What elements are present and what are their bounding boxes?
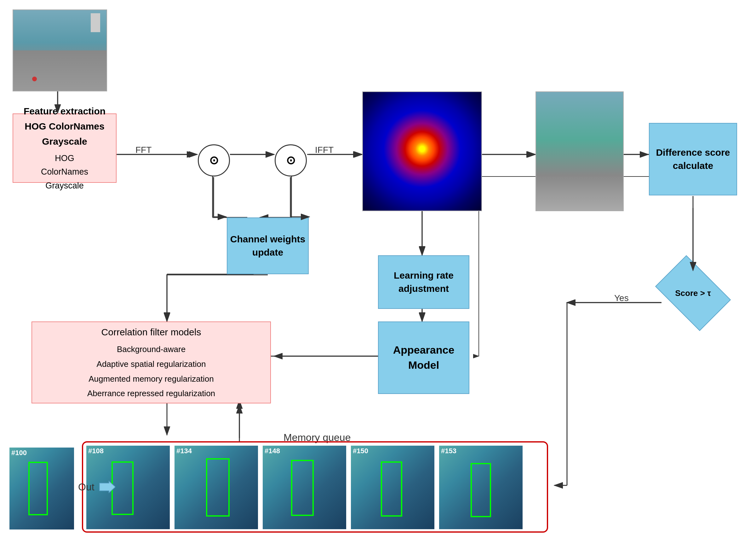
feature-extraction-box: Feature extraction HOG ColorNames Graysc… xyxy=(13,113,117,183)
tracked-person-image xyxy=(536,91,624,211)
correlation-filter-title: Correlation filter models xyxy=(101,324,201,340)
circle-op-1: ⊙ xyxy=(198,144,230,177)
frame-150: #150 xyxy=(351,446,434,529)
feature-extraction-features: HOGColorNamesGrayscale xyxy=(41,152,88,192)
correlation-filter-box: Correlation filter models Background-awa… xyxy=(31,321,271,404)
ifft-label: IFFT xyxy=(315,145,334,155)
frame-134: #134 xyxy=(174,446,258,529)
frame-100: #100 xyxy=(10,448,74,529)
learning-rate-box: Learning rate adjustment xyxy=(378,255,469,309)
heatmap-image xyxy=(362,91,482,211)
correlation-filter-items: Background-aware Adaptive spatial regula… xyxy=(87,342,215,401)
difference-score-box: Difference score calculate xyxy=(649,123,737,195)
memory-queue-container: #108 #134 #148 #150 #153 xyxy=(82,441,548,533)
camera-image xyxy=(13,10,107,91)
appearance-model-box: Appearance Model xyxy=(378,321,469,394)
channel-weights-box: Channel weights update xyxy=(227,217,309,274)
fft-label: FFT xyxy=(135,145,152,155)
frame-153: #153 xyxy=(439,446,523,529)
circle-op-2: ⊙ xyxy=(275,144,307,177)
out-label: Out xyxy=(78,481,115,493)
score-diamond: Score > τ xyxy=(661,271,725,315)
svg-marker-45 xyxy=(100,481,115,493)
feature-extraction-title: Feature extraction HOG ColorNames Graysc… xyxy=(13,104,116,149)
frame-148: #148 xyxy=(263,446,346,529)
yes-label: Yes xyxy=(614,293,629,303)
